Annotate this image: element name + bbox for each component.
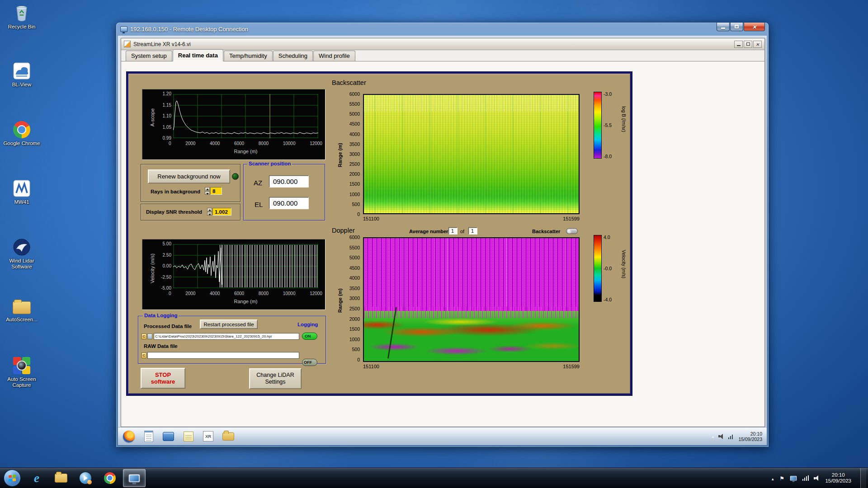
drive-icon[interactable]: C <box>142 333 146 339</box>
tray-display-icon[interactable] <box>790 475 797 480</box>
remote-folder-icon[interactable] <box>222 430 234 442</box>
y-tick: 2000 <box>349 317 360 321</box>
y-tick: 0.99 <box>163 136 171 141</box>
taskbar-rdp-icon[interactable] <box>123 469 146 487</box>
restart-processed-file-button[interactable]: Restart processed file <box>200 319 258 329</box>
close-button[interactable] <box>744 23 765 31</box>
remote-browser-icon[interactable] <box>123 430 135 442</box>
desktop-icon-auto-screen-capture[interactable]: Auto Screen Capture <box>1 356 42 388</box>
remote-network-icon[interactable] <box>728 434 733 439</box>
tab-system-setup[interactable]: System setup <box>126 51 172 61</box>
remote-volume-icon[interactable] <box>718 434 725 439</box>
tray-expand-icon[interactable] <box>771 474 774 482</box>
processed-path-field[interactable]: C:\Lidar\Data\Proc\2023\202309\20230915\… <box>154 333 299 340</box>
rdp-window-title: 192.168.0.150 - Remote Desktop Connectio… <box>130 26 248 33</box>
remote-clock-time: 20:10 <box>738 431 762 436</box>
average-number-field[interactable]: 1 <box>448 227 458 235</box>
az-field[interactable]: 090.000 <box>269 175 309 188</box>
backscatter-y-ticks: 6000 5500 5000 4500 4000 3500 3000 2500 … <box>344 92 360 216</box>
y-tick: 6000 <box>349 235 360 239</box>
app-close-button[interactable] <box>753 41 762 48</box>
stop-button-line2: software <box>151 378 175 385</box>
x-tick: 0 <box>169 291 171 296</box>
y-tick: -5.00 <box>161 286 171 291</box>
app-titlebar[interactable]: StreamLine XR v14-6.vi <box>121 38 764 50</box>
renew-background-button[interactable]: Renew background now <box>148 169 230 183</box>
real-time-data-panel: A-scope 1.20 1.15 1.10 1.05 0.99 <box>127 72 632 395</box>
stop-software-button[interactable]: STOP software <box>141 368 185 389</box>
remote-xr-app-icon[interactable]: XR <box>202 430 214 442</box>
y-tick: -2.50 <box>161 275 171 280</box>
start-button[interactable] <box>4 469 21 487</box>
remote-clock[interactable]: 20:10 15/09/2023 <box>738 431 762 442</box>
remote-clock-date: 15/09/2023 <box>738 436 762 442</box>
of-label: of <box>460 229 464 234</box>
raw-logging-toggle[interactable]: OFF <box>302 359 317 366</box>
x-tick: 10000 <box>283 141 296 146</box>
y-tick: 2000 <box>349 172 360 176</box>
desktop-icon-autoscreen-folder[interactable]: AutoScreen... <box>1 296 42 323</box>
desktop-icon-google-chrome[interactable]: Google Chrome <box>1 120 42 146</box>
doppler-x-ticks: 151100 151599 <box>363 364 580 369</box>
average-total-field[interactable]: 1 <box>468 227 477 235</box>
backscatter-display-toggle[interactable] <box>566 228 578 234</box>
tab-scheduling[interactable]: Scheduling <box>273 51 313 61</box>
taskbar-ie-icon[interactable]: e <box>25 469 48 487</box>
chrome-icon <box>12 120 31 139</box>
show-desktop-button[interactable] <box>860 468 866 488</box>
ascope-x-ticks: 0 2000 4000 6000 8000 10000 12000 <box>169 141 322 146</box>
browse-icon[interactable] <box>147 333 152 339</box>
y-tick: 5000 <box>349 255 360 260</box>
taskbar-explorer-icon[interactable] <box>50 469 72 487</box>
minimize-button[interactable] <box>717 23 730 31</box>
snr-threshold-field[interactable]: 1.002 <box>212 208 231 216</box>
tab-wind-profile[interactable]: Wind profile <box>313 51 355 61</box>
taskbar-media-player-icon[interactable] <box>74 469 97 487</box>
y-tick: 4500 <box>349 122 360 126</box>
desktop-icon-recycle-bin[interactable]: Recycle Bin <box>1 4 42 30</box>
network-icon[interactable] <box>802 475 809 481</box>
action-center-icon[interactable] <box>779 474 784 482</box>
taskbar-clock[interactable]: 20:10 15/09/2023 <box>825 472 851 484</box>
backscatter-x-ticks: 151100 151599 <box>363 216 580 221</box>
colorbar-tick: -3.0 <box>604 92 612 96</box>
y-tick: 1.20 <box>163 92 171 96</box>
colorbar-tick: -0.0 <box>604 266 612 271</box>
remote-notes-icon[interactable] <box>182 430 194 442</box>
y-tick: 1500 <box>349 327 360 331</box>
desktop-icon-mw41[interactable]: MW41 <box>1 179 42 205</box>
rays-spinner[interactable] <box>205 187 210 195</box>
backscatter-plot <box>363 94 580 214</box>
rdp-titlebar[interactable]: 192.168.0.150 - Remote Desktop Connectio… <box>116 23 769 36</box>
tab-real-time-data[interactable]: Real time data <box>173 49 223 61</box>
processed-logging-toggle[interactable]: ON <box>302 333 317 340</box>
x-tick: 2000 <box>185 141 195 146</box>
raw-path-field[interactable] <box>147 352 299 359</box>
taskbar-chrome-icon[interactable] <box>99 469 121 487</box>
remote-tray-expand-icon[interactable] <box>711 434 715 439</box>
el-field[interactable]: 090.000 <box>269 197 309 209</box>
app-restore-button[interactable] <box>744 41 752 48</box>
rays-in-background-field[interactable]: 8 <box>210 187 222 195</box>
remote-system-window-icon[interactable] <box>162 430 175 442</box>
volume-icon[interactable] <box>814 475 820 481</box>
tab-temp-humidity[interactable]: Temp/humidity <box>224 51 273 61</box>
desktop-icon-bl-view[interactable]: BL-View <box>1 61 42 88</box>
remote-notepad-icon[interactable] <box>142 430 155 442</box>
x-tick: 10000 <box>283 291 296 296</box>
drive-icon[interactable]: C <box>142 352 146 358</box>
processed-data-file-label: Processed Data file <box>144 324 192 329</box>
maximize-button[interactable] <box>730 23 743 31</box>
colorbar-tick: -5.5 <box>604 123 612 127</box>
change-lidar-settings-button[interactable]: Change LiDAR Settings <box>249 368 302 389</box>
doppler-colorbar-label: Velocity (m/s) <box>621 250 627 278</box>
snr-spinner[interactable] <box>207 208 212 216</box>
renew-background-led <box>232 173 239 180</box>
y-tick: 3000 <box>349 152 360 156</box>
x-tick: 151599 <box>563 216 580 221</box>
x-tick: 8000 <box>259 141 269 146</box>
app-minimize-button[interactable] <box>734 41 743 48</box>
front-panel: A-scope 1.20 1.15 1.10 1.05 0.99 <box>121 61 764 427</box>
desktop-icon-wind-lidar[interactable]: Wind Lidar Software <box>1 238 42 270</box>
x-tick: 151599 <box>563 364 580 369</box>
